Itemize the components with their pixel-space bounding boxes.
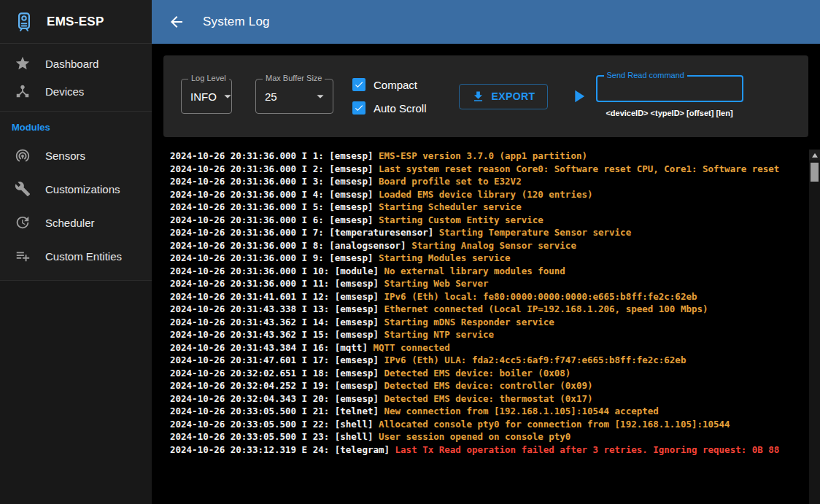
log-line-prefix: 2024-10-26 20:33:05.500 I 23: [shell] bbox=[170, 431, 379, 442]
sidebar-item-label: Custom Entities bbox=[45, 250, 122, 263]
log-line-prefix: 2024-10-26 20:31:43.362 I 15: [emsesp] bbox=[170, 329, 384, 340]
log-line-message: MQTT connected bbox=[373, 342, 449, 353]
log-line-message: Detected EMS device: boiler (0x08) bbox=[384, 368, 571, 379]
log-line: 2024-10-26 20:33:12.319 E 24: [telegram]… bbox=[170, 443, 808, 457]
back-button[interactable] bbox=[168, 12, 187, 31]
log-line-message: Last Tx Read operation failed after 3 re… bbox=[395, 444, 780, 455]
log-line-prefix: 2024-10-26 20:31:36.000 I 9: [emsesp] bbox=[170, 252, 379, 263]
scrollbar-thumb[interactable] bbox=[811, 163, 819, 182]
max-buffer-value: 25 bbox=[265, 90, 277, 103]
sidebar-item-dashboard[interactable]: Dashboard bbox=[0, 50, 152, 77]
log-line: 2024-10-26 20:31:36.000 I 6: [emsesp] St… bbox=[170, 214, 808, 227]
log-line: 2024-10-26 20:31:41.601 I 12: [emsesp] I… bbox=[170, 290, 808, 303]
main-panel: System Log Log Level INFO Max Buffer Siz… bbox=[152, 0, 820, 504]
sidebar-header: EMS-ESP bbox=[0, 0, 152, 44]
sensors-icon bbox=[15, 147, 31, 163]
log-line-prefix: 2024-10-26 20:33:05.500 I 22: [shell] bbox=[170, 419, 379, 430]
send-read-input[interactable] bbox=[597, 77, 742, 101]
log-line-prefix: 2024-10-26 20:31:36.000 I 1: [emsesp] bbox=[170, 150, 379, 161]
log-line-message: Starting Modules service bbox=[379, 252, 511, 263]
log-line: 2024-10-26 20:33:05.500 I 23: [shell] Us… bbox=[170, 430, 808, 443]
auto-scroll-label: Auto Scroll bbox=[374, 102, 427, 115]
send-read-hint: <deviceID> <typeID> [offset] [len] bbox=[606, 109, 732, 117]
log-line-prefix: 2024-10-26 20:32:02.651 I 18: [emsesp] bbox=[170, 368, 384, 379]
log-level-value: INFO bbox=[190, 90, 217, 103]
log-line-message: IPv6 (Eth) ULA: fda2:4cc5:6af9:f747:e665… bbox=[384, 354, 686, 365]
log-line-prefix: 2024-10-26 20:31:36.000 I 10: [module] bbox=[170, 265, 384, 276]
log-line-prefix: 2024-10-26 20:31:36.000 I 2: [emsesp] bbox=[170, 163, 379, 174]
log-line: 2024-10-26 20:32:04.343 I 20: [emsesp] D… bbox=[170, 392, 808, 406]
log-line-message: Starting Custom Entity service bbox=[379, 214, 544, 225]
arrow-back-icon bbox=[168, 13, 185, 31]
log-line: 2024-10-26 20:31:43.362 I 15: [emsesp] S… bbox=[170, 328, 808, 341]
modules-section-header: Modules bbox=[0, 112, 152, 139]
export-button[interactable]: EXPORT bbox=[459, 84, 548, 109]
log-line: 2024-10-26 20:31:36.000 I 4: [emsesp] Lo… bbox=[170, 188, 808, 201]
star-icon bbox=[15, 55, 31, 71]
sidebar-item-customizations[interactable]: Customizations bbox=[0, 172, 152, 206]
log-line-message: Board profile set to E32V2 bbox=[379, 176, 522, 187]
sidebar-item-label: Devices bbox=[45, 85, 84, 98]
chevron-down-icon bbox=[220, 88, 236, 104]
download-icon bbox=[471, 90, 485, 104]
scroll-up-icon bbox=[812, 153, 818, 158]
log-line: 2024-10-26 20:31:43.384 I 16: [mqtt] MQT… bbox=[170, 341, 808, 354]
compact-checkbox[interactable] bbox=[352, 78, 365, 91]
log-line-prefix: 2024-10-26 20:33:05.500 I 21: [telnet] bbox=[170, 406, 384, 416]
export-button-label: EXPORT bbox=[492, 90, 535, 102]
log-controls-card: Log Level INFO Max Buffer Size 25 bbox=[163, 55, 808, 137]
log-output: 2024-10-26 20:31:36.000 I 1: [emsesp] EM… bbox=[163, 150, 808, 456]
compact-checkbox-row[interactable]: Compact bbox=[352, 78, 427, 91]
scroll-up-button[interactable] bbox=[809, 150, 820, 160]
sidebar-item-scheduler[interactable]: Scheduler bbox=[0, 206, 152, 239]
log-level-label: Log Level bbox=[188, 74, 229, 82]
chevron-down-icon bbox=[312, 88, 328, 104]
auto-scroll-checkbox-row[interactable]: Auto Scroll bbox=[352, 101, 427, 115]
log-line: 2024-10-26 20:31:36.000 I 7: [temperatur… bbox=[170, 226, 808, 239]
auto-scroll-checkbox[interactable] bbox=[352, 101, 365, 115]
sidebar-item-devices[interactable]: Devices bbox=[0, 77, 152, 105]
log-line-message: Starting NTP service bbox=[384, 329, 495, 340]
app-title: EMS-ESP bbox=[47, 15, 104, 29]
send-command-play-button[interactable] bbox=[568, 86, 589, 106]
sidebar-modules-nav: Sensors Customizations Scheduler Custom … bbox=[0, 139, 152, 273]
checkbox-group: Compact Auto Scroll bbox=[352, 78, 427, 115]
max-buffer-select[interactable]: Max Buffer Size 25 bbox=[255, 79, 333, 114]
log-line: 2024-10-26 20:33:05.500 I 21: [telnet] N… bbox=[170, 405, 808, 418]
log-line-prefix: 2024-10-26 20:31:36.000 I 3: [emsesp] bbox=[170, 176, 379, 187]
log-line: 2024-10-26 20:31:36.000 I 1: [emsesp] EM… bbox=[170, 150, 808, 163]
log-line: 2024-10-26 20:31:36.000 I 8: [analogsens… bbox=[170, 239, 808, 252]
play-icon bbox=[568, 86, 589, 106]
max-buffer-label: Max Buffer Size bbox=[263, 74, 325, 82]
send-read-label: Send Read command bbox=[604, 71, 687, 80]
log-line-prefix: 2024-10-26 20:31:43.384 I 16: [mqtt] bbox=[170, 342, 373, 353]
log-scrollbar[interactable] bbox=[809, 150, 820, 504]
sidebar-main-nav: Dashboard Devices bbox=[0, 44, 152, 111]
log-line: 2024-10-26 20:32:02.651 I 18: [emsesp] D… bbox=[170, 367, 808, 380]
log-line: 2024-10-26 20:33:05.500 I 22: [shell] Al… bbox=[170, 418, 808, 431]
sidebar-item-label: Sensors bbox=[45, 150, 85, 162]
log-line: 2024-10-26 20:31:36.000 I 11: [emsesp] S… bbox=[170, 277, 808, 290]
log-line: 2024-10-26 20:31:36.000 I 3: [emsesp] Bo… bbox=[170, 175, 808, 188]
log-line: 2024-10-26 20:31:43.362 I 14: [emsesp] S… bbox=[170, 316, 808, 329]
playlist-add-icon bbox=[15, 248, 31, 264]
log-line-message: No external library modules found bbox=[384, 265, 565, 276]
sidebar-item-custom-entities[interactable]: Custom Entities bbox=[0, 239, 152, 273]
log-line: 2024-10-26 20:32:04.252 I 19: [emsesp] D… bbox=[170, 379, 808, 392]
log-line-message: New connection from [192.168.1.105]:1054… bbox=[384, 406, 659, 416]
wrench-icon bbox=[15, 181, 31, 197]
log-line-message: Allocated console pty0 for connection fr… bbox=[379, 419, 730, 430]
log-line-message: Starting Scheduler service bbox=[379, 201, 522, 212]
emsesp-logo-icon bbox=[12, 9, 36, 34]
log-line-message: Ethernet connected (Local IP=192.168.1.2… bbox=[384, 303, 708, 314]
log-line-prefix: 2024-10-26 20:31:36.000 I 6: [emsesp] bbox=[170, 214, 379, 225]
schedule-update-icon bbox=[15, 214, 31, 230]
log-line-message: Detected EMS device: thermostat (0x17) bbox=[384, 393, 593, 404]
log-line-message: EMS-ESP version 3.7.0 (app1 partition) bbox=[379, 150, 587, 161]
log-line-prefix: 2024-10-26 20:31:43.362 I 14: [emsesp] bbox=[170, 317, 384, 327]
device-hub-icon bbox=[15, 83, 31, 99]
log-level-select[interactable]: Log Level INFO bbox=[181, 79, 232, 114]
sidebar-item-sensors[interactable]: Sensors bbox=[0, 139, 152, 172]
log-line: 2024-10-26 20:31:36.000 I 9: [emsesp] St… bbox=[170, 252, 808, 265]
send-read-group: Send Read command <deviceID> <typeID> [o… bbox=[596, 75, 743, 117]
